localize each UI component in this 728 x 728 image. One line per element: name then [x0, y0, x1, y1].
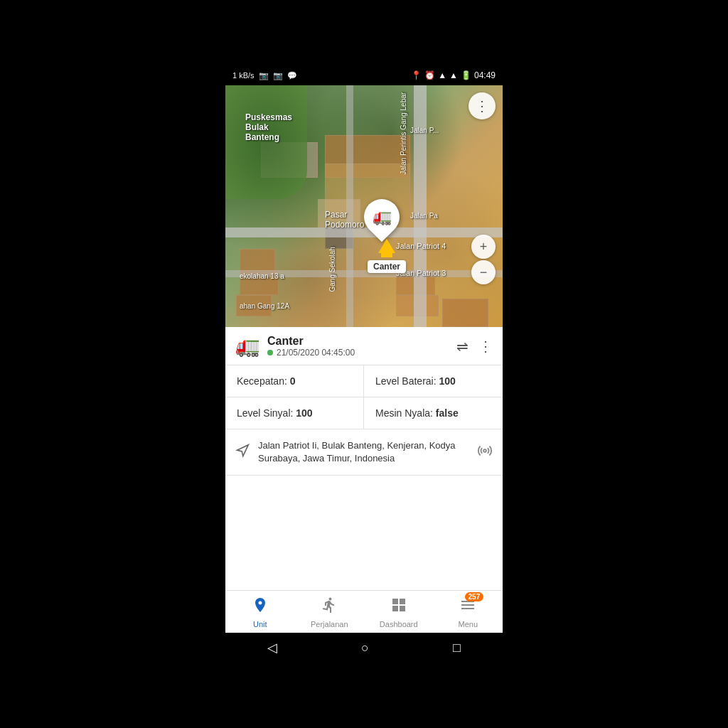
- stat-baterai: Level Baterai: 100: [364, 365, 503, 397]
- map-label-jalan-p: Jalan P...: [410, 127, 439, 134]
- vehicle-icon: 🚛: [235, 334, 260, 358]
- speed-indicator: 1 kB/s: [232, 71, 255, 80]
- stat-mesin: Mesin Nyala: false: [364, 397, 503, 429]
- menu-icon: [459, 599, 476, 617]
- map-controls: + −: [471, 235, 496, 284]
- sinyal-value: 100: [296, 407, 312, 419]
- status-bar: 1 kB/s 📷 📷 💬 📍 ⏰ ▲ ▲ 🔋 04:49: [225, 65, 503, 85]
- dashboard-label: Dashboard: [380, 620, 418, 628]
- vehicle-actions: ⇌ ⋮: [456, 338, 493, 355]
- whatsapp-icon: 💬: [287, 71, 297, 80]
- map-label-sekolahan: ekolahan 13 a: [240, 272, 284, 280]
- back-button[interactable]: ◁: [267, 640, 277, 655]
- phone-screen: 1 kB/s 📷 📷 💬 📍 ⏰ ▲ ▲ 🔋 04:49: [225, 65, 503, 663]
- unit-icon: [252, 596, 269, 618]
- broadcast-icon[interactable]: [477, 443, 493, 461]
- nav-item-perjalanan[interactable]: Perjalanan: [304, 596, 354, 628]
- nav-item-menu[interactable]: 257 Menu: [443, 596, 493, 628]
- map-area[interactable]: PuskesmasBulakBanteng PasarPodomoro Jala…: [225, 85, 503, 327]
- dashboard-icon: [390, 596, 407, 618]
- nav-label: Canter: [368, 260, 406, 273]
- kecepatan-label: Kecepatan:: [237, 375, 290, 387]
- nav-arrow-up: [378, 239, 395, 253]
- green-area: [225, 85, 307, 199]
- recent-button[interactable]: □: [453, 641, 461, 655]
- svg-marker-0: [237, 444, 249, 456]
- map-label-jalan-pa: Jalan Pa: [410, 212, 438, 220]
- online-indicator: [267, 350, 273, 355]
- truck-icon: 🚛: [373, 208, 392, 226]
- navigation-icon: [235, 444, 250, 461]
- more-options-icon[interactable]: ⋮: [478, 338, 493, 355]
- stats-grid: Kecepatan: 0 Level Baterai: 100 Level Si…: [225, 365, 503, 429]
- alarm-icon: ⏰: [424, 70, 435, 80]
- map-menu-button[interactable]: ⋮: [469, 92, 496, 119]
- signal-icon: ▲: [449, 70, 458, 80]
- stat-sinyal: Level Sinyal: 100: [225, 397, 364, 429]
- nav-item-unit[interactable]: Unit: [235, 596, 285, 628]
- map-label-gang12a: ahan Gang 12A: [240, 302, 289, 310]
- vehicle-timestamp: 21/05/2020 04:45:00: [277, 348, 355, 358]
- address-row: Jalan Patriot Ii, Bulak Banteng, Kenjera…: [225, 429, 503, 476]
- road-vertical-main: [414, 85, 427, 327]
- status-bar-right: 📍 ⏰ ▲ ▲ 🔋 04:49: [411, 70, 496, 80]
- instagram-icon: 📷: [259, 71, 269, 80]
- battery-icon: 🔋: [461, 70, 471, 80]
- camera-icon: 📷: [273, 71, 283, 80]
- location-icon: 📍: [411, 70, 422, 80]
- truck-bubble: 🚛: [357, 192, 407, 242]
- map-label-perintis: Jalan Perintis Gang Lebar: [400, 92, 407, 175]
- time-display: 04:49: [474, 70, 496, 80]
- sinyal-label: Level Sinyal:: [237, 407, 296, 419]
- kecepatan-value: 0: [290, 375, 296, 387]
- nav-marker[interactable]: Canter: [368, 239, 406, 273]
- vehicle-time: 21/05/2020 04:45:00: [267, 348, 456, 358]
- mesin-label: Mesin Nyala:: [375, 407, 436, 419]
- vehicle-name: Canter: [267, 335, 456, 348]
- road-vertical-2: [346, 85, 353, 327]
- vehicle-card: 🚛 Canter 21/05/2020 04:45:00 ⇌ ⋮: [225, 327, 503, 365]
- baterai-value: 100: [439, 375, 456, 387]
- building-11: [442, 299, 488, 327]
- map-label-pasar: PasarPodomoro: [325, 210, 364, 230]
- mesin-value: false: [436, 407, 459, 419]
- bottom-nav: Unit Perjalanan Dashboard: [225, 590, 503, 633]
- address-text: Jalan Patriot Ii, Bulak Banteng, Kenjera…: [258, 439, 469, 465]
- perjalanan-icon: [321, 596, 338, 618]
- nav-arrow-body: [381, 253, 392, 257]
- home-button[interactable]: ○: [361, 641, 369, 655]
- zoom-in-button[interactable]: +: [471, 235, 496, 259]
- vehicle-info: Canter 21/05/2020 04:45:00: [267, 335, 456, 358]
- route-icon[interactable]: ⇌: [456, 338, 469, 355]
- status-bar-left: 1 kB/s 📷 📷 💬: [232, 71, 297, 80]
- baterai-label: Level Baterai:: [375, 375, 439, 387]
- nav-item-dashboard[interactable]: Dashboard: [374, 596, 424, 628]
- stat-kecepatan: Kecepatan: 0: [225, 365, 364, 397]
- android-nav-bar: ◁ ○ □: [225, 633, 503, 663]
- wifi-icon: ▲: [438, 70, 446, 80]
- zoom-out-button[interactable]: −: [471, 260, 496, 284]
- map-label-sekolah: Gang Sekolah: [328, 247, 336, 291]
- perjalanan-label: Perjalanan: [311, 620, 348, 628]
- truck-marker[interactable]: 🚛: [364, 199, 400, 235]
- menu-badge: 257: [465, 592, 484, 601]
- svg-point-1: [483, 449, 486, 452]
- map-label-puskesmas: PuskesmasBulakBanteng: [245, 112, 292, 142]
- menu-label: Menu: [458, 620, 478, 628]
- unit-label: Unit: [253, 620, 267, 628]
